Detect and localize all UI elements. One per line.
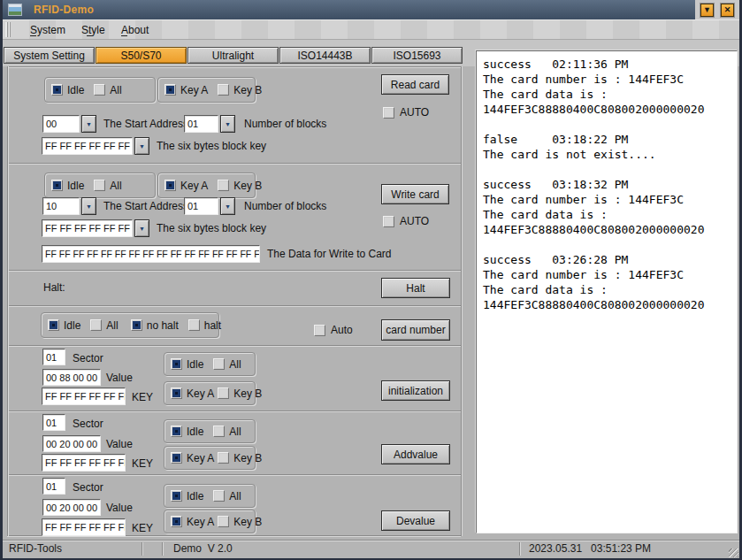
init-key-field[interactable]: FF FF FF FF FF FF xyxy=(42,387,126,405)
log-line: The card number is : 144FEF3C xyxy=(483,72,737,87)
cardnumber-nohalt-radio[interactable] xyxy=(131,319,142,331)
write-all-label: All xyxy=(110,180,121,192)
status-separator xyxy=(519,542,520,556)
addvalue-idle-radio[interactable] xyxy=(171,426,182,437)
log-panel[interactable]: success 02:11:36 PMThe card number is : … xyxy=(476,50,738,533)
tab-iso15693[interactable]: ISO15693 xyxy=(371,47,463,64)
write-start-address-value[interactable]: 10 xyxy=(42,197,80,215)
initialization-button[interactable]: initialization xyxy=(381,380,450,401)
init-all-radio[interactable] xyxy=(213,358,225,370)
devalue-state-group: Idle All xyxy=(164,484,256,508)
read-keyb-radio[interactable] xyxy=(218,84,229,96)
devalue-idle-radio[interactable] xyxy=(171,490,182,502)
log-line: success 03:26:28 PM xyxy=(483,252,737,267)
halt-button[interactable]: Halt xyxy=(381,278,450,298)
init-keyb-radio[interactable] xyxy=(218,387,229,399)
cardnumber-all-radio[interactable] xyxy=(90,319,102,331)
cardnumber-options-group: Idle All no halt halt xyxy=(41,312,219,338)
title-button-area: ▼ ✕ xyxy=(695,0,742,19)
close-button[interactable]: ✕ xyxy=(721,4,734,17)
init-idle-radio[interactable] xyxy=(171,358,182,370)
addvalue-all-radio[interactable] xyxy=(213,426,225,437)
devalue-button[interactable]: Devalue xyxy=(381,510,450,531)
dropdown-arrow-icon[interactable]: ▼ xyxy=(220,197,235,215)
window-title: RFID-Demo xyxy=(34,4,94,16)
cardnumber-halt-radio[interactable] xyxy=(188,319,200,331)
write-keyb-radio[interactable] xyxy=(218,180,229,191)
log-line: The card number is : 144FEF3C xyxy=(483,192,737,207)
read-blocks-value[interactable]: 01 xyxy=(184,115,218,133)
read-auto-label: AUTO xyxy=(400,106,429,119)
read-card-button[interactable]: Read card xyxy=(381,74,449,95)
init-sector-field[interactable]: 01 xyxy=(42,349,65,365)
read-start-address-value[interactable]: 00 xyxy=(42,115,80,133)
window-border-left xyxy=(0,0,3,560)
init-key-label: KEY xyxy=(132,391,153,403)
log-line: false 03:18:22 PM xyxy=(483,132,737,147)
write-block-key-value[interactable]: FF FF FF FF FF FF xyxy=(42,219,133,237)
menu-system[interactable]: System xyxy=(27,23,69,37)
minimize-button[interactable]: ▼ xyxy=(700,4,714,17)
write-blocks-value[interactable]: 01 xyxy=(184,197,218,215)
title-bar[interactable]: RFID-Demo xyxy=(0,0,695,19)
dropdown-arrow-icon[interactable]: ▼ xyxy=(81,197,96,215)
card-number-button[interactable]: card number xyxy=(381,319,450,341)
write-blocks-combo[interactable]: 01 ▼ xyxy=(184,197,235,215)
tab-iso14443b[interactable]: ISO14443B xyxy=(279,47,371,64)
write-data-field[interactable]: FF FF FF FF FF FF FF FF FF FF FF FF FF F… xyxy=(42,245,260,263)
devalue-keyb-radio[interactable] xyxy=(218,516,229,527)
addvalue-state-group: Idle All xyxy=(164,419,256,443)
status-separator xyxy=(142,542,142,556)
devalue-key-label: KEY xyxy=(132,522,153,534)
read-block-key-value[interactable]: FF FF FF FF FF FF xyxy=(42,137,133,155)
write-card-button[interactable]: Write card xyxy=(381,184,449,204)
write-all-radio[interactable] xyxy=(94,180,105,191)
write-idle-radio[interactable] xyxy=(51,180,63,191)
read-keyb-label: Key B xyxy=(233,84,262,96)
read-auto-checkbox[interactable] xyxy=(383,107,394,119)
tab-system-setting[interactable]: System Setting xyxy=(4,47,95,64)
menu-grip[interactable] xyxy=(5,22,11,37)
app-icon xyxy=(8,4,22,16)
init-keyb-label: Key B xyxy=(233,387,262,400)
log-line: 144FEF3C88880400C808002000000020 xyxy=(483,102,737,117)
dropdown-arrow-icon[interactable]: ▼ xyxy=(134,137,149,155)
init-value-field[interactable]: 00 88 00 00 xyxy=(42,369,101,386)
read-blocks-combo[interactable]: 01 ▼ xyxy=(184,115,235,133)
devalue-key-field[interactable]: FF FF FF FF FF FF xyxy=(42,518,126,536)
write-auto-checkbox[interactable] xyxy=(383,216,394,227)
devalue-value-field[interactable]: 00 20 00 00 xyxy=(42,499,101,516)
tab-s50-s70[interactable]: S50/S70 xyxy=(96,47,187,64)
devalue-key-group: Key A Key B xyxy=(164,510,256,533)
addvalue-key-field[interactable]: FF FF FF FF FF FF xyxy=(42,454,126,472)
addvalue-sector-field[interactable]: 01 xyxy=(42,414,65,431)
init-keya-radio[interactable] xyxy=(171,387,182,399)
addvalue-keyb-radio[interactable] xyxy=(218,452,229,464)
read-auto-row: AUTO xyxy=(383,106,429,119)
devalue-all-radio[interactable] xyxy=(213,490,225,502)
write-start-address-combo[interactable]: 10 ▼ xyxy=(42,197,96,215)
read-start-address-combo[interactable]: 00 ▼ xyxy=(42,115,96,133)
dropdown-arrow-icon[interactable]: ▼ xyxy=(134,219,149,237)
devalue-sector-field[interactable]: 01 xyxy=(42,478,65,495)
read-keya-radio[interactable] xyxy=(164,84,176,96)
read-all-radio[interactable] xyxy=(94,84,105,96)
read-start-address-label: The Start Address xyxy=(103,118,188,130)
write-keya-radio[interactable] xyxy=(164,180,176,191)
tab-ultralight[interactable]: Ultralight xyxy=(187,47,279,64)
cardnumber-idle-radio[interactable] xyxy=(48,319,59,331)
read-idle-radio[interactable] xyxy=(51,84,63,96)
resize-grip[interactable] xyxy=(729,548,738,557)
addvalue-button[interactable]: Addvalue xyxy=(381,444,450,464)
read-block-key-combo[interactable]: FF FF FF FF FF FF ▼ xyxy=(42,137,149,155)
devalue-all-label: All xyxy=(229,490,241,502)
addvalue-keya-radio[interactable] xyxy=(171,452,182,464)
menu-about[interactable]: About xyxy=(118,23,152,37)
dropdown-arrow-icon[interactable]: ▼ xyxy=(220,115,235,133)
addvalue-value-field[interactable]: 00 20 00 00 xyxy=(42,435,101,452)
cardnumber-auto-checkbox[interactable] xyxy=(314,325,325,336)
dropdown-arrow-icon[interactable]: ▼ xyxy=(81,115,96,133)
devalue-keya-radio[interactable] xyxy=(171,516,182,527)
write-block-key-combo[interactable]: FF FF FF FF FF FF ▼ xyxy=(42,219,149,237)
menu-style[interactable]: Style xyxy=(78,23,109,37)
